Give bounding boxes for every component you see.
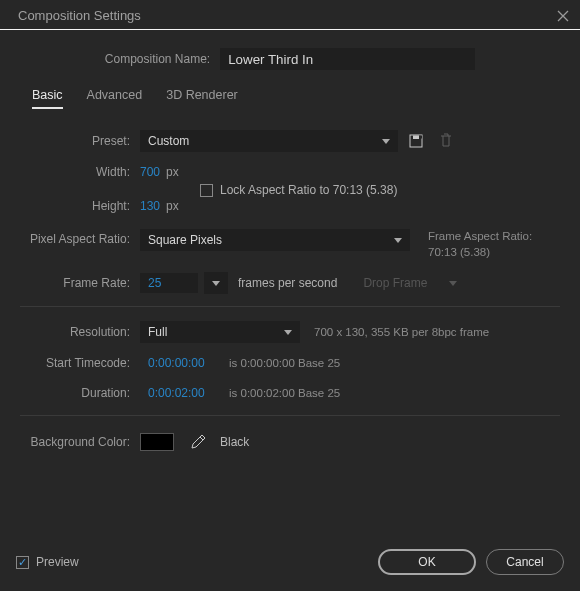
dialog-title: Composition Settings [18, 8, 141, 23]
resolution-select[interactable]: Full [140, 321, 300, 343]
svg-rect-1 [413, 136, 419, 140]
bg-color-name: Black [220, 435, 249, 449]
start-timecode-label: Start Timecode: [20, 356, 140, 370]
duration-note: is 0:00:02:00 Base 25 [229, 387, 340, 399]
fps-unit: frames per second [238, 276, 337, 290]
svg-rect-2 [419, 136, 422, 139]
tab-basic[interactable]: Basic [32, 88, 63, 109]
height-label: Height: [20, 199, 140, 213]
frame-aspect-note: Frame Aspect Ratio: 70:13 (5.38) [428, 229, 532, 260]
resolution-note: 700 x 130, 355 KB per 8bpc frame [314, 326, 489, 338]
width-unit: px [166, 165, 179, 179]
chevron-down-icon [394, 238, 402, 243]
ok-button[interactable]: OK [378, 549, 476, 575]
lock-aspect-checkbox[interactable]: Lock Aspect Ratio to 70:13 (5.38) [200, 183, 397, 197]
height-unit: px [166, 199, 179, 213]
resolution-value: Full [148, 325, 167, 339]
par-value: Square Pixels [148, 233, 222, 247]
preset-label: Preset: [20, 134, 140, 148]
start-timecode-input[interactable]: 0:00:00:00 [140, 353, 215, 373]
bg-color-swatch[interactable] [140, 433, 174, 451]
height-value[interactable]: 130 [140, 199, 160, 213]
eyedropper-icon[interactable] [186, 430, 210, 454]
par-select[interactable]: Square Pixels [140, 229, 410, 251]
bg-color-label: Background Color: [20, 435, 140, 449]
duration-label: Duration: [20, 386, 140, 400]
save-preset-icon[interactable] [404, 129, 428, 153]
start-timecode-note: is 0:00:00:00 Base 25 [229, 357, 340, 369]
drop-frame-select: Drop Frame [355, 272, 465, 294]
chevron-down-icon [284, 330, 292, 335]
close-icon[interactable] [556, 9, 570, 23]
lock-aspect-label: Lock Aspect Ratio to 70:13 (5.38) [220, 183, 397, 197]
chevron-down-icon [382, 139, 390, 144]
preset-select[interactable]: Custom [140, 130, 398, 152]
width-label: Width: [20, 165, 140, 179]
chevron-down-icon [212, 281, 220, 286]
tab-advanced[interactable]: Advanced [87, 88, 143, 109]
tab-3d-renderer[interactable]: 3D Renderer [166, 88, 238, 109]
frame-rate-input[interactable]: 25 [140, 273, 198, 293]
width-value[interactable]: 700 [140, 165, 160, 179]
preview-label: Preview [36, 555, 79, 569]
cancel-button[interactable]: Cancel [486, 549, 564, 575]
par-label: Pixel Aspect Ratio: [20, 229, 140, 246]
preset-value: Custom [148, 134, 189, 148]
comp-name-label: Composition Name: [105, 52, 220, 66]
frame-rate-label: Frame Rate: [20, 276, 140, 290]
delete-preset-icon [434, 129, 458, 153]
comp-name-input[interactable] [220, 48, 475, 70]
preview-checkbox[interactable]: Preview [16, 555, 79, 569]
duration-input[interactable]: 0:00:02:00 [140, 383, 215, 403]
frame-rate-dropdown[interactable] [204, 272, 228, 294]
resolution-label: Resolution: [20, 325, 140, 339]
